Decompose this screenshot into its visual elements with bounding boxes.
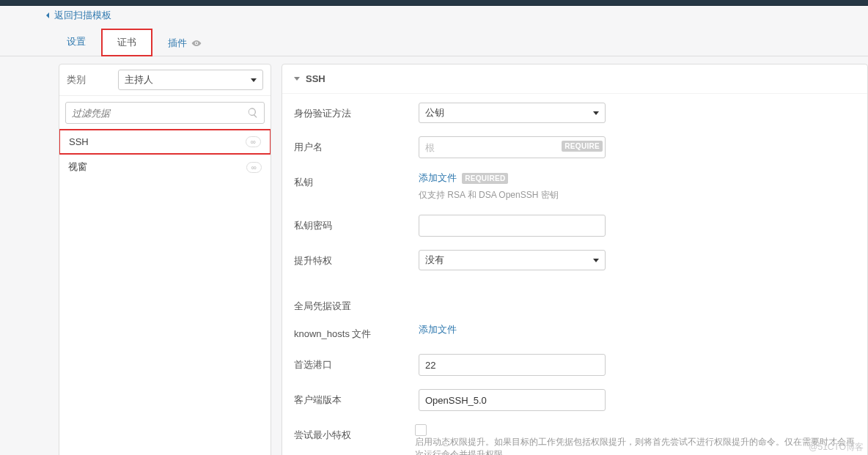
tab-certs[interactable]: 证书 <box>101 29 152 56</box>
elevate-value: 没有 <box>425 254 444 267</box>
required-badge: REQUIRED <box>462 173 508 184</box>
caret-down-icon <box>251 78 257 82</box>
auth-method-select[interactable]: 公钥 <box>419 103 606 123</box>
private-key-label: 私钥 <box>294 171 419 189</box>
caret-down-icon <box>593 259 599 262</box>
tab-plugins[interactable]: 插件 <box>152 29 217 56</box>
sidebar-item-label: SSH <box>69 136 89 147</box>
sidebar-item-badge: ∞ <box>246 136 261 147</box>
known-hosts-label: known_hosts 文件 <box>294 323 419 341</box>
sidebar-item-badge: ∞ <box>246 162 262 173</box>
chevron-down-icon <box>294 77 300 81</box>
category-label: 类别 <box>67 73 111 86</box>
back-link[interactable]: 返回扫描模板 <box>0 6 111 25</box>
main-panel: SSH 身份验证方法 公钥 用户名 REQUIRE <box>282 64 868 455</box>
least-priv-helper: 启用动态权限提升。如果目标的工作凭据包括权限提升，则将首先尝试不进行权限提升的命… <box>415 436 856 455</box>
preferred-port-label: 首选港口 <box>294 354 419 371</box>
client-version-input[interactable] <box>419 389 606 411</box>
search-icon <box>247 107 259 119</box>
filter-input[interactable] <box>65 102 265 124</box>
pk-password-label: 私钥密码 <box>294 215 419 232</box>
preferred-port-input[interactable] <box>419 354 606 376</box>
sidebar: 类别 主持人 SSH ∞ 视窗 ∞ <box>59 64 271 455</box>
caret-down-icon <box>593 111 599 115</box>
auth-method-label: 身份验证方法 <box>294 103 419 120</box>
private-key-helper: 仅支持 RSA 和 DSA OpenSSH 密钥 <box>419 189 606 201</box>
known-hosts-add-link[interactable]: 添加文件 <box>419 324 457 335</box>
category-select[interactable]: 主持人 <box>118 70 263 90</box>
tab-settings[interactable]: 设置 <box>51 29 101 56</box>
section-title-text: SSH <box>306 73 326 84</box>
elevate-select[interactable]: 没有 <box>419 250 606 270</box>
required-badge: REQUIRE <box>562 141 603 152</box>
sidebar-item-label: 视窗 <box>68 160 87 174</box>
eye-icon <box>191 38 202 48</box>
least-priv-label: 尝试最小特权 <box>294 424 415 442</box>
tab-certs-label: 证书 <box>117 37 136 48</box>
tab-settings-label: 设置 <box>67 36 86 47</box>
elevate-label: 提升特权 <box>294 250 419 267</box>
client-version-label: 客户端版本 <box>294 389 419 407</box>
section-header[interactable]: SSH <box>282 64 867 94</box>
sidebar-item-ssh[interactable]: SSH ∞ <box>59 129 271 155</box>
username-label: 用户名 <box>294 136 419 154</box>
category-select-value: 主持人 <box>125 73 153 86</box>
back-link-label: 返回扫描模板 <box>54 9 111 22</box>
sidebar-item-windows[interactable]: 视窗 ∞ <box>59 154 271 180</box>
least-priv-checkbox[interactable] <box>415 424 427 436</box>
auth-method-value: 公钥 <box>425 106 444 119</box>
tabs: 设置 证书 插件 <box>0 28 868 56</box>
watermark: @51CTO博客 <box>809 441 864 454</box>
sidebar-category-row: 类别 主持人 <box>59 64 271 96</box>
chevron-left-icon <box>44 12 51 19</box>
top-bar <box>0 0 868 6</box>
private-key-add-link[interactable]: 添加文件 <box>419 172 457 183</box>
pk-password-input[interactable] <box>419 215 606 237</box>
tab-plugins-label: 插件 <box>168 37 187 50</box>
global-settings-header: 全局凭据设置 <box>294 284 856 323</box>
